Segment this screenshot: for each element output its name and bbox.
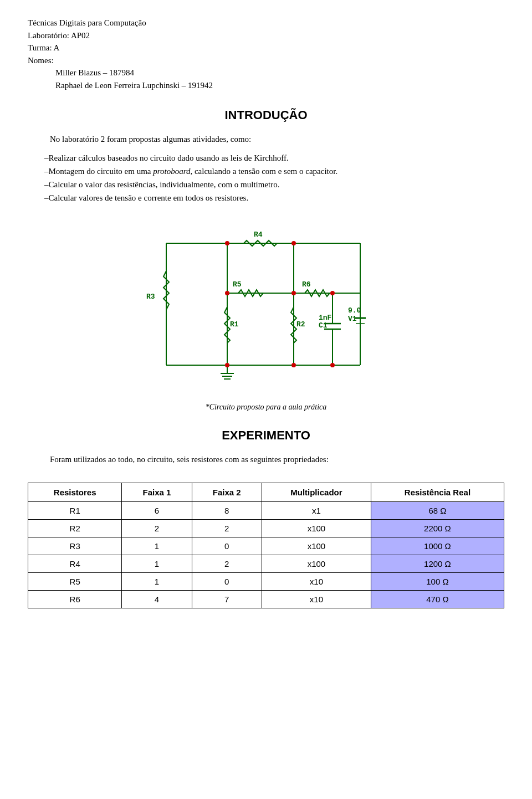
table-cell: 7 [192, 591, 262, 608]
intro-bullet2-suffix: , calculando a tensão com e sem o capaci… [190, 167, 337, 176]
svg-point-43 [225, 241, 229, 245]
svg-point-50 [330, 363, 335, 367]
table-cell: x100 [262, 537, 371, 555]
svg-text:9.0: 9.0 [348, 306, 361, 315]
table-cell: 4 [122, 591, 192, 608]
table-cell: x10 [262, 591, 371, 608]
table-cell: x100 [262, 520, 371, 537]
intro-title: INTRODUÇÃO [28, 108, 504, 122]
table-cell: 68 Ω [371, 502, 504, 520]
col-header-resistores: Resistores [28, 483, 122, 502]
header-line4: Nomes: [28, 54, 504, 67]
table-row: R647x10470 Ω [28, 591, 504, 608]
experimento-para1: Foram utilizados ao todo, no circuito, s… [28, 453, 504, 466]
experimento-title: EXPERIMENTO [28, 428, 504, 443]
svg-point-44 [291, 241, 296, 245]
intro-bullet1: –Realizar cálculos baseados no circuito … [44, 151, 504, 165]
col-header-faixa2: Faixa 2 [192, 483, 262, 502]
svg-text:R6: R6 [302, 280, 311, 289]
table-row: R222x1002200 Ω [28, 520, 504, 537]
table-cell: 8 [192, 502, 262, 520]
table-cell: 100 Ω [371, 573, 504, 591]
intro-bullet4: –Calcular valores de tensão e corrente e… [44, 191, 504, 204]
circuit-svg: R3 R4 R5 R6 R1 [122, 221, 410, 398]
svg-point-45 [225, 291, 229, 295]
table-row: R510x10100 Ω [28, 573, 504, 591]
col-header-faixa1: Faixa 1 [122, 483, 192, 502]
table-cell: 470 Ω [371, 591, 504, 608]
svg-point-48 [225, 363, 229, 367]
svg-point-46 [291, 291, 296, 295]
table-cell: 1 [122, 537, 192, 555]
svg-text:R5: R5 [233, 280, 242, 289]
table-cell: 0 [192, 537, 262, 555]
table-cell: R3 [28, 537, 122, 555]
svg-text:R1: R1 [230, 320, 239, 329]
circuit-diagram: R3 R4 R5 R6 R1 [28, 221, 504, 412]
header-name2: Raphael de Leon Ferreira Lupchinski – 19… [55, 79, 504, 92]
col-header-multiplicador: Multiplicador [262, 483, 371, 502]
header-line1: Técnicas Digitais para Computação [28, 17, 504, 29]
table-cell: 2 [122, 520, 192, 537]
svg-text:R3: R3 [146, 293, 155, 301]
table-cell: 1000 Ω [371, 537, 504, 555]
table-cell: 1 [122, 555, 192, 573]
svg-text:R2: R2 [296, 320, 305, 329]
header-section: Técnicas Digitais para Computação Labora… [28, 17, 504, 91]
table-cell: R6 [28, 591, 122, 608]
table-cell: x100 [262, 555, 371, 573]
svg-text:1nF: 1nF [319, 314, 332, 322]
table-cell: 2 [192, 555, 262, 573]
intro-bullet2: –Montagem do circuito em uma protoboard,… [44, 165, 504, 178]
header-line3: Turma: A [28, 42, 504, 54]
intro-bullet3: –Calcular o valor das resistências, indi… [44, 178, 504, 191]
table-cell: 0 [192, 573, 262, 591]
table-cell: x10 [262, 573, 371, 591]
table-cell: 2 [192, 520, 262, 537]
table-cell: 1 [122, 573, 192, 591]
table-row: R310x1001000 Ω [28, 537, 504, 555]
table-cell: 6 [122, 502, 192, 520]
table-cell: 1200 Ω [371, 555, 504, 573]
col-header-resistencia: Resistência Real [371, 483, 504, 502]
table-row: R412x1001200 Ω [28, 555, 504, 573]
intro-bullet2-prefix: –Montagem do circuito em uma [44, 167, 153, 176]
svg-text:R4: R4 [254, 231, 263, 239]
resistors-table: Resistores Faixa 1 Faixa 2 Multiplicador… [28, 483, 504, 608]
table-cell: x1 [262, 502, 371, 520]
table-row: R168x168 Ω [28, 502, 504, 520]
table-cell: R5 [28, 573, 122, 591]
header-line2: Laboratório: AP02 [28, 29, 504, 42]
table-cell: R4 [28, 555, 122, 573]
table-cell: R1 [28, 502, 122, 520]
circuit-caption: *Circuito proposto para a aula prática [206, 403, 327, 412]
svg-point-47 [330, 291, 335, 295]
table-cell: 2200 Ω [371, 520, 504, 537]
svg-point-49 [291, 363, 296, 367]
intro-para1: No laboratório 2 foram propostas algumas… [28, 132, 504, 146]
header-name1: Miller Biazus – 187984 [55, 66, 504, 79]
table-cell: R2 [28, 520, 122, 537]
intro-bullet2-italic: protoboard [153, 167, 190, 176]
